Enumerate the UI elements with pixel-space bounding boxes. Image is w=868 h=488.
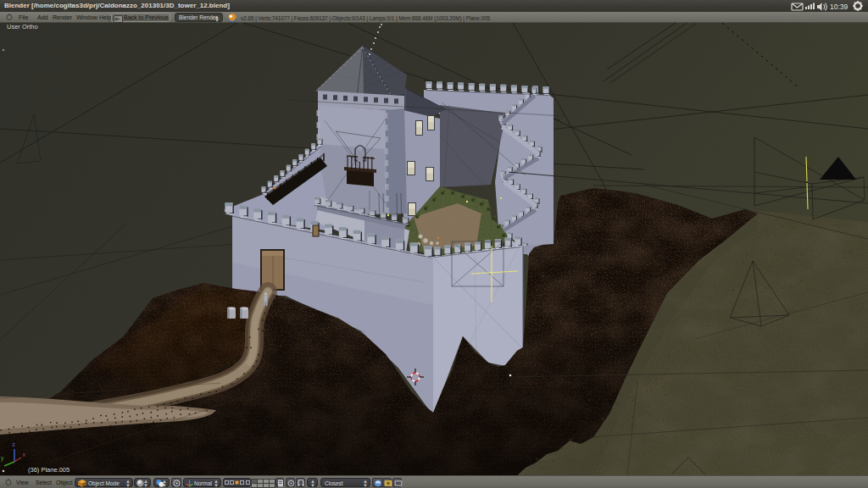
svg-text:z: z bbox=[13, 441, 15, 447]
svg-text:User Ortho: User Ortho bbox=[7, 23, 38, 30]
svg-text:(36) Plane.005: (36) Plane.005 bbox=[28, 466, 70, 474]
